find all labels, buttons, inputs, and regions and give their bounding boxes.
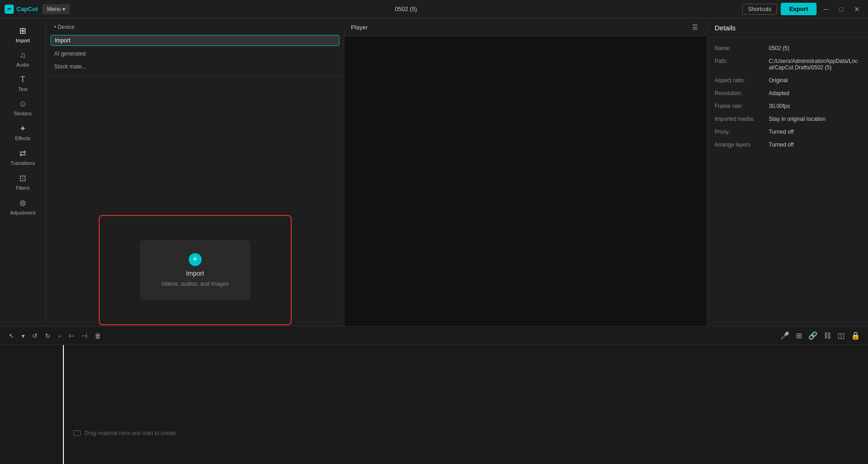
toolbar-item-effects[interactable]: ✦ Effects — [0, 120, 45, 145]
timeline-area: Drag material here and start to create — [0, 345, 868, 464]
detail-row-proxy: Proxy: Turned off — [715, 129, 861, 135]
detail-value-imported-media: Stay in original location — [769, 116, 825, 122]
import-drop-zone[interactable]: + Import Videos, audios, and images — [99, 215, 292, 325]
toolbar-audio-label: Audio — [16, 62, 29, 68]
detail-label-framerate: Frame rate: — [715, 103, 765, 109]
tab-device[interactable]: • Device — [51, 22, 339, 32]
audio-icon: ♫ — [20, 51, 26, 60]
detail-value-proxy: Turned off — [769, 129, 794, 135]
toolbar-item-filters[interactable]: ⊡ Filters — [0, 170, 45, 194]
import-plus-icon: + — [189, 253, 202, 266]
toolbar-item-stickers[interactable]: ☺ Stickers — [0, 96, 45, 120]
menu-button[interactable]: Menu ▾ — [42, 4, 70, 14]
microphone-button[interactable]: 🎤 — [779, 330, 791, 341]
maximize-button[interactable]: □ — [836, 4, 847, 15]
app-logo: ✂ CapCut — [5, 5, 38, 14]
select-dropdown-button[interactable]: ▾ — [19, 331, 27, 341]
lock-button[interactable]: 🔒 — [850, 330, 862, 341]
toolbar-effects-label: Effects — [15, 136, 30, 141]
magnetic-snap-button[interactable]: ⊞ — [795, 330, 803, 341]
import-label: Import — [186, 270, 204, 277]
logo-icon: ✂ — [5, 5, 14, 14]
transitions-icon: ⇄ — [19, 148, 26, 158]
trim-left-button[interactable]: ⊢ — [67, 331, 77, 341]
stickers-icon: ☺ — [18, 99, 27, 109]
effects-icon: ✦ — [19, 124, 26, 134]
toolbar-import-label: Import — [16, 38, 30, 43]
tab-import[interactable]: Import — [51, 35, 339, 46]
detail-label-name: Name: — [715, 45, 765, 51]
detail-value-path: C:/Users/Administrator/AppData/Local/Cap… — [769, 58, 861, 71]
toolbar-filters-label: Filters — [16, 185, 30, 191]
detail-row-name: Name: 0502 (5) — [715, 45, 861, 51]
detail-value-aspect: Original — [769, 77, 788, 84]
detail-row-imported-media: Imported media: Stay in original locatio… — [715, 116, 861, 122]
text-icon: T — [20, 75, 25, 85]
tab-stock-mate[interactable]: Stock mate... — [51, 62, 339, 72]
drag-label: Drag material here and start to create — [73, 430, 176, 436]
window-title: 0502 (5) — [74, 6, 737, 12]
detail-row-arrange-layers: Arrange layers Turned off — [715, 141, 861, 148]
shortcuts-button[interactable]: Shortcuts — [742, 4, 778, 15]
timeline-scrubber[interactable] — [63, 345, 64, 464]
detail-row-aspect: Aspect ratio: Original — [715, 77, 861, 84]
import-inner: + Import Videos, audios, and images — [140, 240, 250, 300]
menu-arrow: ▾ — [62, 6, 65, 12]
details-header: Details — [707, 18, 868, 38]
player-header: Player ☰ — [344, 18, 707, 36]
toolbar-stickers-label: Stickers — [14, 111, 32, 116]
bottom-panel: ↖ ▾ ↺ ↻ ⌿ ⊢ ⊣ 🗑 🎤 ⊞ 🔗 ⛓ ◫ 🔒 Drag materia… — [0, 326, 868, 464]
detail-row-framerate: Frame rate: 30.00fps — [715, 103, 861, 109]
timeline-toolbar: ↖ ▾ ↺ ↻ ⌿ ⊢ ⊣ 🗑 🎤 ⊞ 🔗 ⛓ ◫ 🔒 — [0, 327, 868, 345]
select-tool-button[interactable]: ↖ — [6, 331, 17, 341]
drag-icon — [73, 430, 81, 436]
redo-button[interactable]: ↻ — [43, 331, 53, 341]
toolbar-item-transitions[interactable]: ⇄ Transitions — [0, 145, 45, 170]
toolbar-item-adjustment[interactable]: ⊜ Adjustment — [0, 194, 45, 219]
detail-value-arrange-layers: Turned off — [769, 141, 794, 148]
import-sublabel: Videos, audios, and images — [161, 281, 229, 287]
link-button[interactable]: 🔗 — [807, 330, 819, 341]
toolbar-item-text[interactable]: T Text — [0, 71, 45, 96]
detail-value-name: 0502 (5) — [769, 45, 789, 51]
detail-label-proxy: Proxy: — [715, 129, 765, 135]
toolbar-text-label: Text — [18, 86, 27, 92]
player-title: Player — [351, 24, 368, 31]
tab-ai-generated[interactable]: AI generated — [51, 49, 339, 59]
unlink-button[interactable]: ⛓ — [823, 330, 833, 341]
player-menu-button[interactable]: ☰ — [690, 22, 700, 32]
detail-label-path: Path: — [715, 58, 765, 64]
filters-icon: ⊡ — [19, 173, 26, 183]
detail-label-aspect: Aspect ratio: — [715, 77, 765, 84]
trim-right-button[interactable]: ⊣ — [79, 331, 90, 341]
app-name: CapCut — [17, 6, 38, 12]
toolbar-adjustment-label: Adjustment — [10, 210, 35, 215]
adjustment-icon: ⊜ — [19, 198, 26, 208]
toolbar-item-audio[interactable]: ♫ Audio — [0, 47, 45, 71]
detail-row-path: Path: C:/Users/Administrator/AppData/Loc… — [715, 58, 861, 71]
detail-label-resolution: Resolution: — [715, 90, 765, 96]
undo-button[interactable]: ↺ — [30, 331, 40, 341]
detail-label-arrange-layers: Arrange layers — [715, 141, 765, 148]
delete-button[interactable]: 🗑 — [92, 331, 103, 341]
detail-row-resolution: Resolution: Adapted — [715, 90, 861, 96]
media-tabs: • Device Import AI generated Stock mate.… — [46, 18, 344, 76]
detail-value-resolution: Adapted — [769, 90, 789, 96]
minimize-button[interactable]: ─ — [820, 4, 832, 15]
split-button[interactable]: ⌿ — [56, 331, 64, 341]
thumbnail-button[interactable]: ◫ — [836, 330, 846, 341]
detail-label-imported-media: Imported media: — [715, 116, 765, 122]
toolbar-item-import[interactable]: ⊞ Import — [0, 22, 45, 47]
import-icon: ⊞ — [19, 26, 26, 36]
menu-label: Menu — [47, 6, 61, 12]
detail-value-framerate: 30.00fps — [769, 103, 790, 109]
close-button[interactable]: ✕ — [851, 4, 863, 15]
toolbar-transitions-label: Transitions — [11, 160, 35, 166]
export-button[interactable]: Export — [781, 3, 816, 15]
